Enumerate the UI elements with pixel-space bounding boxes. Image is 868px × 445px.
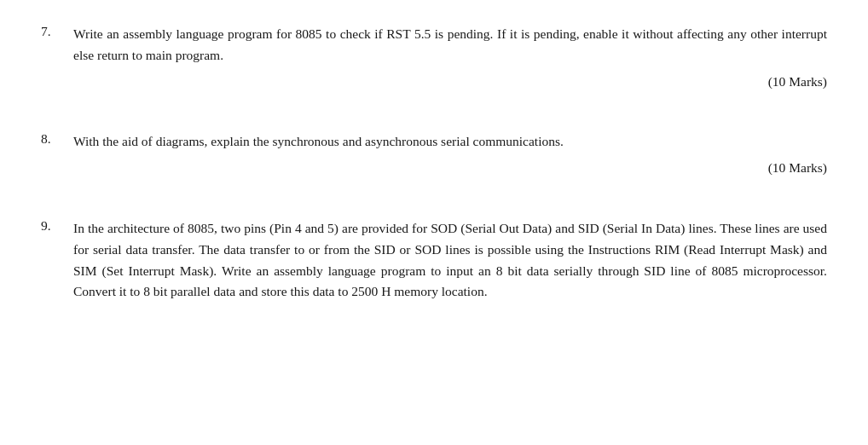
question-7-number: 7. xyxy=(41,24,73,92)
question-7-content: Write an assembly language program for 8… xyxy=(73,24,827,92)
question-9-number: 9. xyxy=(41,218,73,303)
question-7-marks: (10 Marks) xyxy=(73,72,827,93)
question-9: 9. In the architecture of 8085, two pins… xyxy=(41,218,827,303)
question-9-text: In the architecture of 8085, two pins (P… xyxy=(73,221,827,298)
question-9-content: In the architecture of 8085, two pins (P… xyxy=(73,218,827,303)
question-8-text: With the aid of diagrams, explain the sy… xyxy=(73,134,564,148)
question-7: 7. Write an assembly language program fo… xyxy=(41,24,827,92)
question-8-marks: (10 Marks) xyxy=(73,158,827,179)
question-7-text: Write an assembly language program for 8… xyxy=(73,26,827,62)
question-8-content: With the aid of diagrams, explain the sy… xyxy=(73,131,827,179)
question-8: 8. With the aid of diagrams, explain the… xyxy=(41,131,827,179)
question-8-number: 8. xyxy=(41,131,73,179)
